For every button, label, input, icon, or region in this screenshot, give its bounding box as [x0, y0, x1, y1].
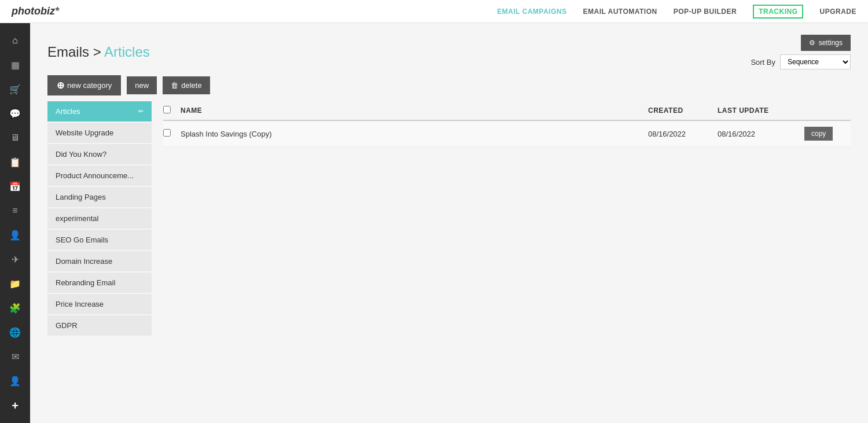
category-label: Landing Pages — [56, 193, 106, 201]
top-nav: photobiz* EMAIL CAMPAIGNS EMAIL AUTOMATI… — [0, 0, 868, 23]
category-item-price-increase[interactable]: Price Increase — [47, 294, 152, 314]
sidebar-item-home[interactable]: ⌂ — [0, 29, 30, 52]
edit-icon: ✏ — [138, 108, 144, 115]
main-layout: ⌂ ▦ 🛒 💬 🖥 📋 📅 ≡ 👤 ✈ 📁 🧩 🌐 ✉ 👤 + Emails >… — [0, 23, 868, 423]
table-area: NAME CREATED LAST UPDATE Splash Into Sav… — [163, 101, 851, 423]
category-item-experimental[interactable]: experimental — [47, 208, 152, 229]
category-item-website-upgrade[interactable]: Website Upgrade — [47, 123, 152, 143]
sidebar-item-mail[interactable]: ✉ — [0, 345, 30, 368]
new-category-button[interactable]: ⊕ new category — [47, 75, 121, 95]
nav-tracking[interactable]: TRACKING — [753, 5, 803, 19]
two-col: 🗑 Articles ✏ Website Upgrade Did You Kno… — [30, 101, 868, 423]
category-item-product-announcement[interactable]: Product Announceme... — [47, 165, 152, 186]
row-action: copy — [804, 127, 851, 141]
nav-email-campaigns[interactable]: EMAIL CAMPAIGNS — [497, 8, 567, 16]
col-name-header: NAME — [181, 106, 648, 115]
nav-upgrade[interactable]: UPGRADE — [819, 8, 856, 16]
sidebar-item-list[interactable]: ≡ — [0, 199, 30, 222]
sidebar-item-send[interactable]: ✈ — [0, 248, 30, 271]
sidebar-item-puzzle[interactable]: 🧩 — [0, 296, 30, 319]
sidebar-item-globe[interactable]: 🌐 — [0, 321, 30, 344]
category-label: GDPR — [56, 321, 78, 330]
category-item-did-you-know[interactable]: Did You Know? — [47, 144, 152, 164]
sidebar-item-cart[interactable]: 🛒 — [0, 78, 30, 101]
row-last-update: 08/16/2022 — [718, 130, 804, 138]
sidebar-item-monitor[interactable]: 🖥 — [0, 126, 30, 149]
col-created-header: CREATED — [648, 106, 718, 115]
settings-button[interactable]: ⚙ settings — [801, 35, 851, 51]
page-header: Emails > Articles ⚙ settings Sort By Seq… — [30, 23, 868, 75]
nav-popup-builder[interactable]: POP-UP BUILDER — [674, 8, 737, 16]
header-right: ⚙ settings Sort By Sequence Name Date Cr… — [751, 35, 851, 69]
plus-icon: ⊕ — [57, 80, 64, 91]
category-label: Rebranding Email — [56, 278, 115, 287]
category-item-articles[interactable]: Articles ✏ — [47, 101, 152, 122]
category-label: Price Increase — [56, 300, 104, 308]
nav-links: EMAIL CAMPAIGNS EMAIL AUTOMATION POP-UP … — [497, 5, 856, 19]
col-check-header — [163, 106, 181, 115]
new-button[interactable]: new — [127, 76, 157, 94]
delete-button[interactable]: 🗑 delete — [163, 76, 209, 94]
table-header: NAME CREATED LAST UPDATE — [163, 101, 851, 121]
toolbar: ⊕ new category new 🗑 delete — [30, 75, 868, 101]
breadcrumb-current: Articles — [104, 44, 150, 60]
category-label: Product Announceme... — [56, 171, 134, 180]
sort-select[interactable]: Sequence Name Date Created — [780, 54, 851, 69]
page-title: Emails > Articles — [47, 44, 150, 60]
category-label: experimental — [56, 214, 98, 223]
row-created: 08/16/2022 — [648, 130, 718, 138]
category-item-landing-pages[interactable]: Landing Pages — [47, 187, 152, 207]
category-label: Did You Know? — [56, 150, 106, 159]
select-all-checkbox[interactable] — [163, 106, 171, 113]
category-label: SEO Go Emails — [56, 236, 108, 244]
category-list: 🗑 Articles ✏ Website Upgrade Did You Kno… — [47, 101, 152, 423]
trash-icon: 🗑 — [171, 81, 178, 90]
content-area: Emails > Articles ⚙ settings Sort By Seq… — [30, 23, 868, 423]
category-item-gdpr[interactable]: GDPR — [47, 315, 152, 336]
category-item-domain-increase[interactable]: Domain Increase — [47, 251, 152, 271]
category-item-rebranding-email[interactable]: Rebranding Email — [47, 273, 152, 293]
category-label: Website Upgrade — [56, 128, 113, 137]
copy-button[interactable]: copy — [804, 127, 833, 141]
sort-by-label: Sort By — [751, 58, 775, 67]
sidebar-item-folder[interactable]: 📁 — [0, 272, 30, 295]
sidebar: ⌂ ▦ 🛒 💬 🖥 📋 📅 ≡ 👤 ✈ 📁 🧩 🌐 ✉ 👤 + — [0, 23, 30, 423]
sidebar-item-add[interactable]: + — [0, 394, 30, 417]
breadcrumb-prefix: Emails — [47, 44, 89, 60]
row-checkbox[interactable] — [163, 129, 171, 137]
sidebar-item-calendar[interactable]: 📅 — [0, 175, 30, 198]
nav-email-automation[interactable]: EMAIL AUTOMATION — [583, 8, 657, 16]
category-item-seo-go-emails[interactable]: SEO Go Emails — [47, 230, 152, 250]
category-label: Domain Increase — [56, 257, 112, 266]
breadcrumb-sep: > — [93, 44, 104, 60]
table-row: Splash Into Savings (Copy) 08/16/2022 08… — [163, 121, 851, 147]
sidebar-item-dashboard[interactable]: ▦ — [0, 53, 30, 76]
gear-icon: ⚙ — [809, 39, 815, 47]
col-last-update-header: LAST UPDATE — [718, 106, 804, 115]
row-name: Splash Into Savings (Copy) — [181, 130, 648, 138]
category-label: Articles — [56, 107, 80, 116]
sidebar-item-book[interactable]: 📋 — [0, 150, 30, 174]
sidebar-item-people[interactable]: 👤 — [0, 223, 30, 247]
sidebar-item-chat[interactable]: 💬 — [0, 102, 30, 125]
sort-row: Sort By Sequence Name Date Created — [751, 54, 851, 69]
logo: photobiz* — [12, 5, 59, 17]
sidebar-item-user[interactable]: 👤 — [0, 369, 30, 392]
row-checkbox-col — [163, 129, 181, 138]
